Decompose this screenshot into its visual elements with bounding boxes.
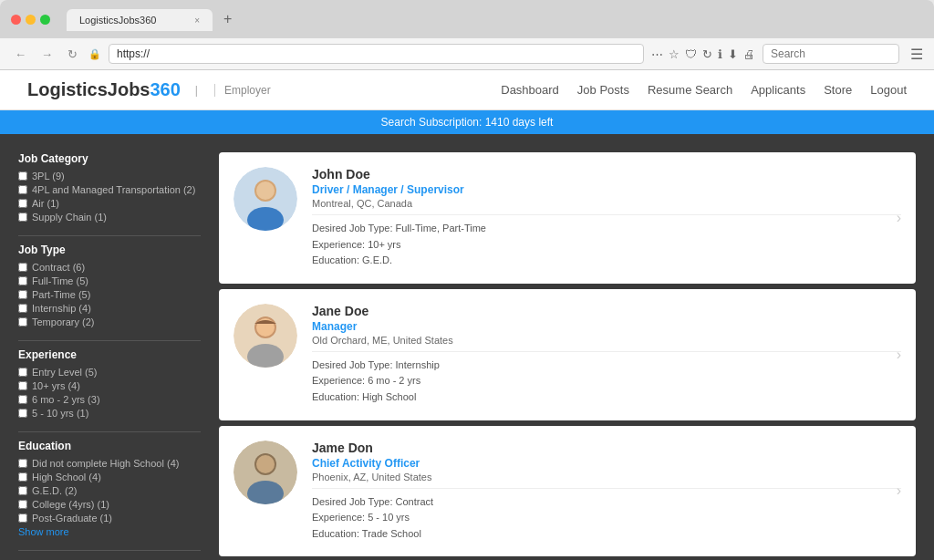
- nav-applicants[interactable]: Applicants: [751, 83, 805, 97]
- checkbox-temporary[interactable]: [18, 317, 27, 327]
- avatar-jame-don: [234, 441, 297, 504]
- filter-item[interactable]: 10+ yrs (4): [18, 380, 201, 391]
- back-button[interactable]: ←: [11, 46, 30, 63]
- filter-item[interactable]: 3PL (9): [18, 171, 201, 181]
- filter-item[interactable]: 5 - 10 yrs (1): [18, 408, 201, 419]
- card-chevron-icon[interactable]: ›: [897, 347, 901, 363]
- card-job-title: Chief Activity Officer: [312, 457, 901, 470]
- title-bar: LogisticsJobs360 × +: [0, 0, 934, 38]
- nav-logout[interactable]: Logout: [870, 83, 907, 97]
- new-tab-button[interactable]: +: [216, 7, 239, 31]
- checkbox-5-10yrs[interactable]: [18, 409, 27, 418]
- result-card-jame-don[interactable]: Jame Don Chief Activity Officer Phoenix,…: [219, 426, 916, 557]
- checkbox-supply-chain[interactable]: [18, 213, 27, 222]
- shield-icon[interactable]: 🛡: [685, 47, 697, 61]
- forward-button[interactable]: →: [37, 46, 57, 63]
- print-icon[interactable]: 🖨: [743, 47, 755, 61]
- content-area: Job Category 3PL (9) 4PL and Managed Tra…: [0, 134, 934, 560]
- checkbox-part-time[interactable]: [18, 290, 27, 299]
- nav-store[interactable]: Store: [824, 83, 852, 97]
- checkbox-ged[interactable]: [18, 486, 27, 495]
- browser-search-input[interactable]: [763, 44, 899, 64]
- info-icon[interactable]: ℹ: [718, 47, 722, 61]
- card-chevron-icon[interactable]: ›: [897, 210, 901, 226]
- checkbox-6mo-2yrs[interactable]: [18, 395, 27, 404]
- bookmark-icon[interactable]: ☆: [669, 47, 680, 61]
- show-more-education[interactable]: Show more: [18, 526, 201, 537]
- tab-title: LogisticsJobs360: [79, 15, 156, 26]
- logo-logistics: Logistics: [27, 79, 108, 99]
- tab-close-icon[interactable]: ×: [194, 16, 200, 26]
- checkbox-entry-level[interactable]: [18, 368, 27, 377]
- checkbox-contract[interactable]: [18, 263, 27, 272]
- nav-job-posts[interactable]: Job Posts: [577, 83, 629, 97]
- card-divider: [312, 351, 901, 352]
- card-location: Montreal, QC, Canada: [312, 198, 901, 209]
- logo-360: 360: [150, 79, 180, 99]
- filter-item[interactable]: Contract (6): [18, 262, 201, 273]
- result-card-jane-doe[interactable]: Jane Doe Manager Old Orchard, ME, United…: [219, 289, 916, 420]
- filter-item[interactable]: Full-Time (5): [18, 275, 201, 286]
- app-header: LogisticsJobs360 | Employer Dashboard Jo…: [0, 70, 934, 110]
- result-card-john-doe[interactable]: John Doe Driver / Manager / Supervisor M…: [219, 152, 916, 284]
- checkbox-hs[interactable]: [18, 472, 27, 482]
- card-details: Desired Job Type: Full-Time, Part-Time E…: [312, 221, 901, 269]
- close-dot[interactable]: [11, 15, 21, 25]
- card-experience-detail: Experience: 10+ yrs: [312, 237, 901, 254]
- checkbox-college[interactable]: [18, 500, 27, 509]
- filter-item[interactable]: 6 mo - 2 yrs (3): [18, 394, 201, 405]
- card-chevron-icon[interactable]: ›: [897, 482, 901, 499]
- filter-item[interactable]: Supply Chain (1): [18, 212, 201, 223]
- filter-item[interactable]: Entry Level (5): [18, 367, 201, 378]
- nav-resume-search[interactable]: Resume Search: [648, 83, 732, 97]
- maximize-dot[interactable]: [40, 15, 50, 25]
- checkbox-internship[interactable]: [18, 304, 27, 313]
- card-education-detail: Education: High School: [312, 389, 901, 406]
- filter-item[interactable]: Did not complete High School (4): [18, 458, 201, 469]
- checkbox-4pl[interactable]: [18, 185, 27, 194]
- card-experience-detail: Experience: 6 mo - 2 yrs: [312, 373, 901, 389]
- checkbox-post-grad[interactable]: [18, 513, 27, 523]
- logo-jobs: Jobs: [108, 79, 150, 99]
- filter-section-job-category: Job Category 3PL (9) 4PL and Managed Tra…: [18, 152, 201, 223]
- checkbox-no-hs[interactable]: [18, 459, 27, 468]
- reload-button[interactable]: ↻: [64, 46, 81, 63]
- filter-section-education: Education Did not complete High School (…: [18, 440, 201, 537]
- address-bar: ← → ↻ 🔒 ⋯ ☆ 🛡 ↻ ℹ ⬇ 🖨 ☰: [0, 38, 934, 70]
- filter-item[interactable]: Temporary (2): [18, 316, 201, 327]
- checkbox-10-plus[interactable]: [18, 381, 27, 390]
- extensions-icon[interactable]: ⋯: [651, 47, 663, 61]
- filter-section-experience: Experience Entry Level (5) 10+ yrs (4) 6…: [18, 348, 201, 419]
- card-location: Old Orchard, ME, United States: [312, 335, 901, 346]
- checkbox-air[interactable]: [18, 199, 27, 208]
- filter-item[interactable]: High School (4): [18, 472, 201, 482]
- filter-item[interactable]: Post-Graduate (1): [18, 513, 201, 524]
- filter-title-experience: Experience: [18, 348, 201, 361]
- minimize-dot[interactable]: [26, 15, 36, 25]
- card-divider: [312, 214, 901, 215]
- browser-menu-icon[interactable]: ☰: [910, 46, 923, 63]
- avatar-jane-doe: [234, 304, 297, 368]
- url-input[interactable]: [109, 44, 644, 64]
- filter-item[interactable]: G.E.D. (2): [18, 485, 201, 496]
- checkbox-3pl[interactable]: [18, 171, 27, 181]
- download-icon[interactable]: ⬇: [728, 47, 738, 61]
- filter-item[interactable]: Part-Time (5): [18, 289, 201, 300]
- checkbox-full-time[interactable]: [18, 276, 27, 285]
- card-name: Jame Don: [312, 441, 901, 455]
- refresh-icon[interactable]: ↻: [702, 47, 712, 61]
- filter-item[interactable]: College (4yrs) (1): [18, 499, 201, 510]
- nav-dashboard[interactable]: Dashboard: [501, 83, 559, 97]
- app-container: LogisticsJobs360 | Employer Dashboard Jo…: [0, 70, 934, 560]
- filter-section-job-type: Job Type Contract (6) Full-Time (5) Part…: [18, 244, 201, 327]
- active-tab[interactable]: LogisticsJobs360 ×: [67, 9, 213, 31]
- lock-icon: 🔒: [88, 48, 101, 60]
- card-name: Jane Doe: [312, 304, 901, 318]
- filter-item[interactable]: Air (1): [18, 198, 201, 209]
- employer-label: Employer: [214, 84, 271, 97]
- svg-point-11: [256, 455, 275, 473]
- window-controls: [11, 15, 50, 25]
- filter-title-job-type: Job Type: [18, 244, 201, 256]
- filter-item[interactable]: Internship (4): [18, 303, 201, 314]
- filter-item[interactable]: 4PL and Managed Transportation (2): [18, 184, 201, 195]
